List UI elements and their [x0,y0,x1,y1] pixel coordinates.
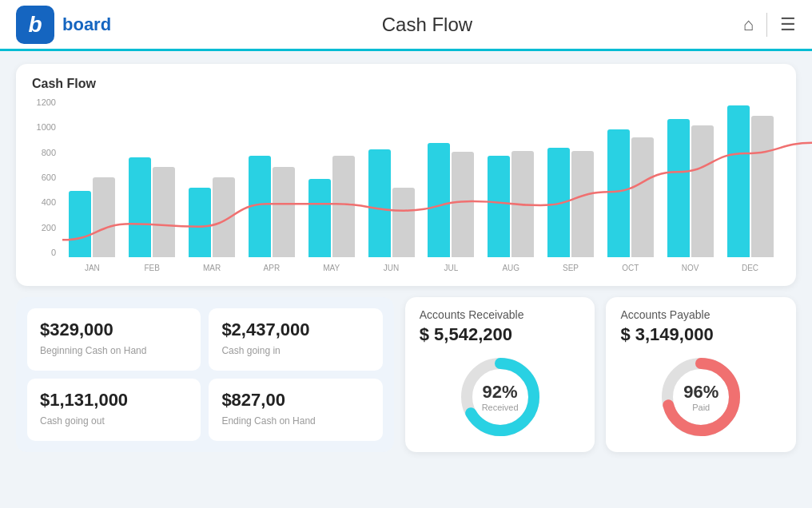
logo-box: b [16,6,54,44]
y-axis-label: 0 [32,248,56,257]
bar-gray [273,167,295,257]
chart-area: 020040060080010001200 JANFEBMARAPRMAYJUN… [32,97,780,273]
page-title: Cash Flow [111,14,743,36]
x-axis-label: NOV [660,264,720,273]
bar-cyan [667,119,690,257]
bar-cyan [189,188,211,257]
kpi-card: $329,000Beginning Cash on Hand [27,308,201,371]
main-content: Cash Flow 020040060080010001200 JANFEBMA… [0,51,812,465]
ar-ap-section: Accounts Receivable $ 5,542,200 92% Rece… [405,297,796,452]
header: b board Cash Flow ⌂ ☰ [0,0,812,51]
kpi-card: $827,00Ending Cash on Hand [209,379,382,441]
kpi-label: Beginning Cash on Hand [40,345,188,356]
bar-cyan [69,191,91,257]
bars-container [62,97,780,257]
bar-cyan [547,148,570,257]
x-axis-label: JUN [361,264,421,273]
bar-cyan [249,156,271,257]
bar-group [301,156,361,257]
bar-gray [93,177,115,257]
bar-group [122,157,182,257]
ap-percent: 96% [683,382,718,403]
kpi-container: $329,000Beginning Cash on Hand$2,437,000… [16,297,394,452]
x-axis-label: JAN [62,264,122,273]
chart-title: Cash Flow [32,77,780,91]
bar-cyan [308,179,331,257]
ap-title: Accounts Payable [620,308,710,321]
bar-cyan [607,129,630,257]
cashflow-chart-card: Cash Flow 020040060080010001200 JANFEBMA… [16,64,796,286]
ar-percent: 92% [482,382,519,403]
bar-gray [571,151,594,257]
kpi-value: $1,131,000 [40,390,188,411]
bar-group [541,148,601,257]
bar-group [421,143,481,257]
logo-letter: b [28,12,42,38]
bar-group [720,105,780,257]
bottom-section: $329,000Beginning Cash on Hand$2,437,000… [16,297,796,452]
ar-donut-center: 92% Received [482,382,519,412]
bar-gray [691,125,714,257]
y-axis-label: 800 [32,148,56,157]
ar-donut: 92% Received [456,353,544,441]
menu-icon[interactable]: ☰ [780,14,796,35]
ap-donut: 96% Paid [657,353,745,441]
kpi-label: Cash going out [40,415,188,427]
x-axis-label: AUG [481,264,541,273]
kpi-card: $2,437,000Cash going in [209,308,382,371]
bar-gray [153,167,175,257]
bar-group [62,177,122,257]
bar-gray [511,151,534,257]
bar-group [600,129,660,257]
header-actions: ⌂ ☰ [743,13,796,37]
y-axis-label: 200 [32,223,56,232]
brand-name: board [62,14,111,35]
x-axis-label: SEP [541,264,601,273]
ap-amount: $ 3,149,000 [620,324,713,345]
bar-cyan [488,156,510,257]
kpi-value: $329,000 [40,319,188,340]
bar-group [182,177,242,257]
y-axis-label: 400 [32,197,56,207]
x-axis-label: FEB [122,264,182,273]
bar-gray [213,177,235,257]
bar-cyan [368,149,391,257]
kpi-value: $2,437,000 [221,319,369,340]
x-axis-label: APR [241,264,301,273]
divider [766,13,767,37]
x-axis-label: JUL [421,264,481,273]
bar-group [660,119,720,257]
bar-gray [631,137,654,257]
bar-gray [332,156,355,257]
x-axis-label: DEC [720,264,780,273]
kpi-label: Cash going in [221,345,369,356]
ar-title: Accounts Receivable [420,308,524,321]
bar-group [481,151,541,257]
kpi-value: $827,00 [221,390,369,411]
bar-gray [392,188,415,257]
bar-cyan [428,143,450,257]
y-axis-label: 600 [32,173,56,182]
bar-gray [751,116,774,257]
x-labels: JANFEBMARAPRMAYJUNJULAUGSEPOCTNOVDEC [62,264,780,273]
x-axis-label: MAR [182,264,242,273]
ap-donut-center: 96% Paid [683,382,718,412]
accounts-receivable-card: Accounts Receivable $ 5,542,200 92% Rece… [405,297,595,452]
bar-cyan [727,105,750,257]
x-axis-label: MAY [301,264,361,273]
y-axis-label: 1000 [32,122,56,132]
ar-amount: $ 5,542,200 [420,324,512,345]
y-axis-label: 1200 [32,97,56,107]
ap-sub: Paid [683,403,718,412]
bar-cyan [129,157,151,257]
bar-group [241,156,301,257]
kpi-card: $1,131,000Cash going out [27,379,201,441]
bar-group [361,149,421,257]
y-axis: 020040060080010001200 [32,97,56,257]
accounts-payable-card: Accounts Payable $ 3,149,000 96% Paid [606,297,796,452]
bar-gray [452,152,474,257]
x-axis-label: OCT [600,264,660,273]
kpi-label: Ending Cash on Hand [221,415,369,427]
home-icon[interactable]: ⌂ [743,14,754,35]
ar-sub: Received [482,403,519,412]
